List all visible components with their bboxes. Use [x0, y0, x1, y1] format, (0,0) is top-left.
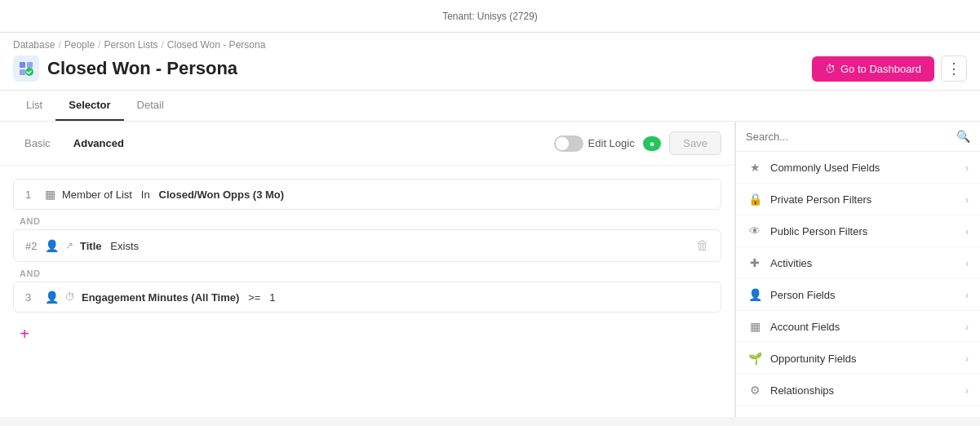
- add-rule-button[interactable]: +: [13, 322, 36, 345]
- header-actions: ⏱ Go to Dashboard ⋮: [812, 55, 967, 82]
- delete-rule-2-button[interactable]: 🗑: [696, 238, 709, 253]
- breadcrumb-row: Database / People / Person Lists / Close…: [0, 33, 980, 91]
- chevron-right-icon: ›: [965, 289, 969, 301]
- chevron-right-icon: ›: [965, 193, 969, 206]
- edit-logic-label: Edit Logic: [588, 137, 635, 149]
- rules-area: 1 ▦ Member of List In Closed/Won Opps (3…: [0, 166, 734, 417]
- svg-rect-1: [27, 62, 33, 68]
- title-row: Closed Won - Persona ⏱ Go to Dashboard ⋮: [13, 55, 967, 90]
- go-to-dashboard-button[interactable]: ⏱ Go to Dashboard: [812, 56, 934, 82]
- status-dot: ●: [650, 139, 655, 149]
- more-icon: ⋮: [947, 60, 961, 78]
- field-item-left: ▭ Special: [747, 415, 805, 417]
- rule-number-2: #2: [25, 240, 38, 252]
- field-item-left: ★ Commonly Used Fields: [747, 161, 880, 174]
- search-input[interactable]: [746, 131, 951, 143]
- special-icon: ▭: [747, 415, 762, 417]
- field-item-label: Special: [770, 416, 805, 418]
- field-group-item[interactable]: ▭ Special ›: [736, 406, 980, 417]
- field-group-item[interactable]: ⚙ Relationships ›: [736, 375, 980, 406]
- field-item-left: 🔒 Private Person Filters: [747, 193, 871, 206]
- star-icon: ★: [747, 161, 762, 174]
- filter-right: Edit Logic ● Save: [554, 131, 721, 155]
- title-icon: [13, 55, 39, 82]
- field-list: ★ Commonly Used Fields › 🔒 Private Perso…: [736, 152, 980, 417]
- main-content: Basic Advanced Edit Logic ● Save 1: [0, 122, 980, 417]
- chevron-right-icon: ›: [965, 353, 969, 365]
- rule-text-3: Engagement Minutes (All Time) >= 1: [82, 291, 709, 304]
- search-icon: 🔍: [956, 130, 970, 143]
- eye-icon: 👁: [747, 224, 762, 237]
- field-group-item[interactable]: ▦ Account Fields ›: [736, 311, 980, 343]
- breadcrumb-person-lists[interactable]: Person Lists: [104, 39, 157, 51]
- basic-tab[interactable]: Basic: [13, 132, 62, 154]
- right-panel: 🔍 ★ Commonly Used Fields › 🔒 Private Per…: [735, 122, 980, 417]
- page-title-wrap: Closed Won - Persona: [13, 55, 237, 82]
- tab-detail[interactable]: Detail: [124, 91, 177, 121]
- field-group-item[interactable]: 👤 Person Fields ›: [736, 279, 980, 311]
- field-group-item[interactable]: 🌱 Opportunity Fields ›: [736, 343, 980, 375]
- person-icon-3: 👤: [45, 291, 59, 304]
- relationships-icon: ⚙: [747, 384, 762, 397]
- tab-row: List Selector Detail: [0, 91, 980, 122]
- field-item-label: Public Person Filters: [770, 225, 867, 237]
- dashboard-label: Go to Dashboard: [840, 63, 921, 75]
- field-item-label: Activities: [770, 257, 812, 269]
- timer-icon-3: ⏱: [65, 291, 75, 303]
- field-item-left: 👤 Person Fields: [747, 288, 835, 301]
- tab-list[interactable]: List: [13, 91, 55, 121]
- field-item-label: Relationships: [770, 384, 834, 397]
- status-indicator: ●: [643, 136, 662, 151]
- page-title: Closed Won - Persona: [47, 58, 237, 79]
- field-item-left: ⚙ Relationships: [747, 384, 834, 397]
- save-button[interactable]: Save: [669, 131, 721, 155]
- rule-icon-1: ▦: [45, 188, 55, 201]
- lock-icon: 🔒: [747, 193, 762, 206]
- chevron-right-icon: ›: [965, 321, 969, 333]
- svg-rect-0: [20, 62, 25, 68]
- field-group-item[interactable]: 👁 Public Person Filters ›: [736, 215, 980, 247]
- sep1: /: [58, 39, 60, 51]
- edit-logic-wrap: Edit Logic: [554, 135, 635, 152]
- rule-text-1: Member of List In Closed/Won Opps (3 Mo): [62, 189, 709, 201]
- building-icon: ▦: [747, 320, 762, 333]
- sep3: /: [161, 39, 163, 51]
- tab-selector[interactable]: Selector: [55, 91, 123, 121]
- breadcrumb-database[interactable]: Database: [13, 39, 55, 51]
- chevron-right-icon: ›: [965, 162, 969, 174]
- edit-logic-toggle[interactable]: [554, 135, 583, 152]
- field-item-left: 🌱 Opportunity Fields: [747, 352, 857, 365]
- field-item-left: ✚ Activities: [747, 256, 812, 269]
- arrow-icon-2: ↗: [65, 240, 73, 251]
- toggle-knob: [556, 137, 569, 150]
- and-label-2: AND: [13, 265, 721, 282]
- search-box-wrap: 🔍: [736, 122, 980, 152]
- field-group-item[interactable]: ★ Commonly Used Fields ›: [736, 152, 980, 184]
- person-icon: 👤: [747, 288, 762, 301]
- tenant-label: Tenant: Unisys (2729): [442, 11, 538, 22]
- top-bar: Tenant: Unisys (2729): [0, 0, 980, 33]
- table-row: 1 ▦ Member of List In Closed/Won Opps (3…: [13, 179, 721, 210]
- svg-rect-2: [20, 69, 25, 75]
- field-group-item[interactable]: 🔒 Private Person Filters ›: [736, 184, 980, 215]
- left-panel: Basic Advanced Edit Logic ● Save 1: [0, 122, 735, 417]
- filter-toolbar: Basic Advanced Edit Logic ● Save: [0, 122, 734, 166]
- field-item-left: ▦ Account Fields: [747, 320, 840, 333]
- field-item-label: Commonly Used Fields: [770, 162, 880, 174]
- and-label-1: AND: [13, 213, 721, 229]
- person-icon-2: 👤: [45, 239, 59, 252]
- more-options-button[interactable]: ⋮: [941, 55, 967, 82]
- field-item-left: 👁 Public Person Filters: [747, 224, 867, 237]
- field-item-label: Private Person Filters: [770, 193, 871, 206]
- basic-advanced-tabs: Basic Advanced: [13, 132, 135, 154]
- field-item-label: Account Fields: [770, 321, 840, 333]
- advanced-tab[interactable]: Advanced: [62, 132, 135, 154]
- plus-circle-icon: ✚: [747, 256, 762, 269]
- rule-text-2: Title Exists: [80, 240, 690, 252]
- rule-number-3: 3: [25, 291, 38, 304]
- field-group-item[interactable]: ✚ Activities ›: [736, 247, 980, 279]
- breadcrumb-people[interactable]: People: [64, 39, 95, 51]
- field-item-label: Person Fields: [770, 289, 835, 301]
- chevron-right-icon: ›: [965, 384, 969, 397]
- table-row: 3 👤 ⏱ Engagement Minutes (All Time) >= 1: [13, 282, 721, 313]
